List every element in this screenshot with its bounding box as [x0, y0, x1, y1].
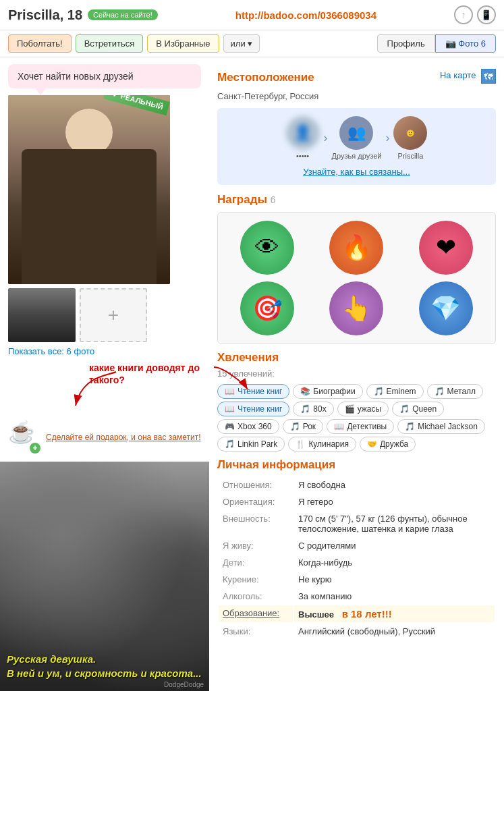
connection-box: 👤 ••••• › 👥 Друзья друзей › 🙂 Priscilla … — [217, 108, 496, 185]
interests-section: Хвлечения 15 увлечений: 📖Чтение книг 📚Би… — [217, 351, 496, 451]
tag-detectives[interactable]: 📖Детективы — [327, 419, 394, 434]
personal-row-children: Дети: Когда-нибудь — [219, 555, 495, 570]
profile-url[interactable]: http://badoo.com/0366089034 — [235, 9, 376, 21]
profile-img-placeholder — [8, 95, 170, 284]
chat-button[interactable]: Поболтать! — [8, 34, 72, 53]
phone-icon-button[interactable]: 📱 — [477, 5, 496, 24]
location-text: Санкт-Петербург, Россия — [217, 91, 496, 101]
personal-title: Личная информация — [217, 458, 496, 472]
interests-title: Хвлечения — [217, 351, 496, 364]
map-link[interactable]: На карте — [440, 70, 476, 80]
tag-80x[interactable]: 🎵80x — [293, 402, 333, 416]
meet-button[interactable]: Встретиться — [76, 34, 144, 53]
tag-cooking[interactable]: 🍴Кулинария — [288, 437, 356, 451]
label-alcohol: Алкоголь: — [219, 588, 293, 604]
tag-biographies[interactable]: 📚Биографии — [293, 384, 362, 399]
value-smoking: Не курю — [294, 572, 495, 587]
show-photos-link[interactable]: Показать все: 6 фото — [8, 346, 201, 356]
value-education: Высшее в 18 лет!!! — [294, 605, 495, 622]
education-exclaim: в 18 лет!!! — [342, 608, 392, 620]
gift-text[interactable]: Сделайте ей подарок, и она вас заметит! — [46, 432, 201, 443]
personal-row-languages: Языки: Английский (свободный), Русский — [219, 624, 495, 639]
add-photo-button[interactable]: + — [80, 288, 147, 342]
value-living: С родителями — [294, 538, 495, 553]
value-relationship: Я свободна — [294, 477, 495, 493]
thumbnail-strip: + — [8, 288, 201, 342]
bottom-caption: Русская девушка. В ней и ум, и скромност… — [7, 652, 202, 680]
thumbnail-1[interactable] — [8, 288, 76, 342]
map-icon[interactable]: 🗺 — [481, 69, 496, 84]
annotation-text: какие книги доводят до такого? — [89, 362, 201, 386]
header-left: Priscilla, 18 Сейчас на сайте! — [8, 7, 158, 23]
profile-image-wrap: РЕАЛЬНЫЙ — [8, 95, 201, 284]
conn-label-mutual: Друзья друзей — [332, 152, 382, 160]
awards-title: Награды 6 — [217, 193, 496, 207]
tag-row-4: 🎵Linkin Park 🍴Кулинария 🤝Дружба — [217, 437, 496, 451]
tag-michael-jackson[interactable]: 🎵Michael Jackson — [397, 419, 485, 434]
tag-row-1: 📖Чтение книг 📚Биографии 🎵Eminem 🎵Металл — [217, 384, 496, 399]
map-link-wrap: На карте 🗺 — [440, 69, 496, 84]
tag-linkin-park[interactable]: 🎵Linkin Park — [217, 437, 285, 451]
location-title: Местоположение — [217, 71, 314, 84]
label-living: Я живу: — [219, 538, 293, 553]
gift-icon: ☕ + — [8, 421, 40, 454]
or-button[interactable]: или ▾ — [223, 34, 260, 53]
personal-row-smoking: Курение: Не курю — [219, 572, 495, 587]
label-smoking: Курение: — [219, 572, 293, 587]
tab-group: Профиль 📷 Фото 6 — [377, 34, 496, 53]
header: Priscilla, 18 Сейчас на сайте! http://ba… — [0, 0, 504, 30]
label-education: Образование: — [219, 605, 293, 622]
tag-horror[interactable]: 🎬ужасы — [337, 402, 389, 416]
label-relationship: Отношения: — [219, 477, 293, 493]
personal-row-living: Я живу: С родителями — [219, 538, 495, 553]
interests-count: 15 увлечений: — [217, 368, 496, 379]
learn-connection-link[interactable]: Узнайте, как вы связаны... — [225, 167, 488, 177]
label-appearance: Внешность: — [219, 511, 293, 537]
conn-chevron-1: › — [324, 131, 328, 145]
award-target: 🎯 — [240, 281, 294, 335]
label-orientation: Ориентация: — [219, 494, 293, 510]
tag-queen[interactable]: 🎵Queen — [392, 402, 444, 416]
conn-item-you: 👤 ••••• — [286, 116, 320, 160]
header-icons: ↑ 📱 — [454, 5, 496, 24]
conn-item-priscilla: 🙂 Priscilla — [393, 116, 427, 160]
interests-arrow — [211, 364, 251, 391]
personal-row-appearance: Внешность: 170 см (5' 7"), 57 кг (126 фу… — [219, 511, 495, 537]
conn-label-you: ••••• — [296, 152, 309, 160]
tag-rock[interactable]: 🎵Рок — [283, 419, 323, 434]
main-content: Хочет найти новых друзей РЕАЛЬНЫЙ + Пока… — [0, 57, 504, 698]
conn-chevron-2: › — [385, 131, 389, 145]
tag-xbox[interactable]: 🎮Xbox 360 — [217, 419, 279, 434]
awards-section: Награды 6 👁 🔥 ❤ 🎯 👆 💎 — [217, 193, 496, 344]
personal-row-education: Образование: Высшее в 18 лет!!! — [219, 605, 495, 622]
tab-photo[interactable]: 📷 Фото 6 — [435, 34, 496, 53]
tag-metal[interactable]: 🎵Металл — [427, 384, 483, 399]
left-column: Хочет найти новых друзей РЕАЛЬНЫЙ + Пока… — [0, 57, 209, 698]
profile-image: РЕАЛЬНЫЙ — [8, 95, 170, 284]
tab-profile[interactable]: Профиль — [377, 34, 435, 53]
action-bar: Поболтать! Встретиться В Избранные или ▾… — [0, 30, 504, 57]
value-alcohol: За компанию — [294, 588, 495, 604]
profile-name: Priscilla, 18 — [8, 7, 82, 23]
awards-count: 6 — [271, 194, 276, 205]
gift-plus[interactable]: + — [30, 443, 40, 454]
conn-label-priscilla: Priscilla — [397, 152, 423, 160]
tag-friendship[interactable]: 🤝Дружба — [360, 437, 416, 451]
value-appearance: 170 см (5' 7"), 57 кг (126 фунты), обычн… — [294, 511, 495, 537]
award-hand: 👆 — [329, 281, 383, 335]
online-badge: Сейчас на сайте! — [88, 9, 158, 20]
award-fire: 🔥 — [329, 221, 383, 275]
label-children: Дети: — [219, 555, 293, 570]
award-heart: ❤ — [419, 221, 473, 275]
fav-button[interactable]: В Избранные — [147, 34, 219, 53]
up-icon-button[interactable]: ↑ — [454, 5, 473, 24]
tag-reading-books-2[interactable]: 📖Чтение книг — [217, 402, 289, 416]
personal-row-alcohol: Алкоголь: За компанию — [219, 588, 495, 604]
tag-row-3: 🎮Xbox 360 🎵Рок 📖Детективы 🎵Michael Jacks… — [217, 419, 496, 434]
right-column: Местоположение На карте 🗺 Санкт-Петербур… — [209, 57, 504, 698]
tag-eminem[interactable]: 🎵Eminem — [366, 384, 424, 399]
label-languages: Языки: — [219, 624, 293, 639]
gift-cup: ☕ — [8, 420, 35, 444]
education-bold: Высшее — [298, 609, 334, 620]
tag-row-2: 📖Чтение книг 🎵80x 🎬ужасы 🎵Queen — [217, 402, 496, 416]
